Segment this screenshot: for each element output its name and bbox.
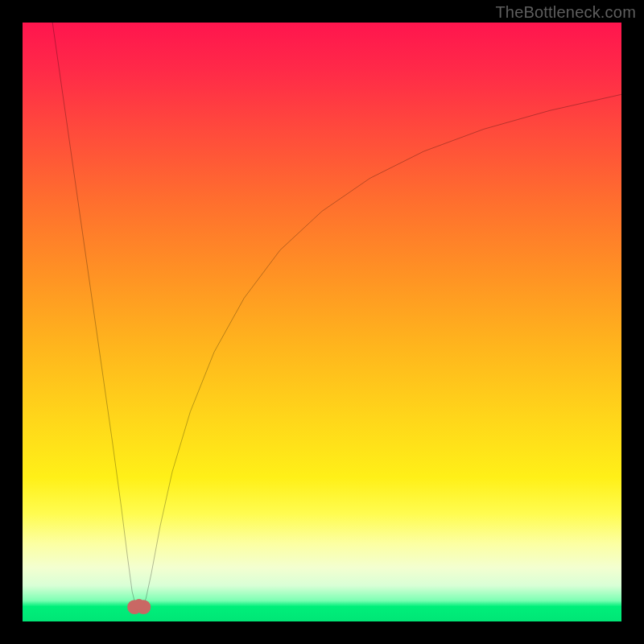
chart-svg [23,23,621,621]
min-marker [127,599,151,614]
watermark-text: TheBottleneck.com [495,3,636,22]
chart-frame [23,23,621,621]
bottleneck-curve [52,23,621,609]
min-bridge [134,599,144,609]
